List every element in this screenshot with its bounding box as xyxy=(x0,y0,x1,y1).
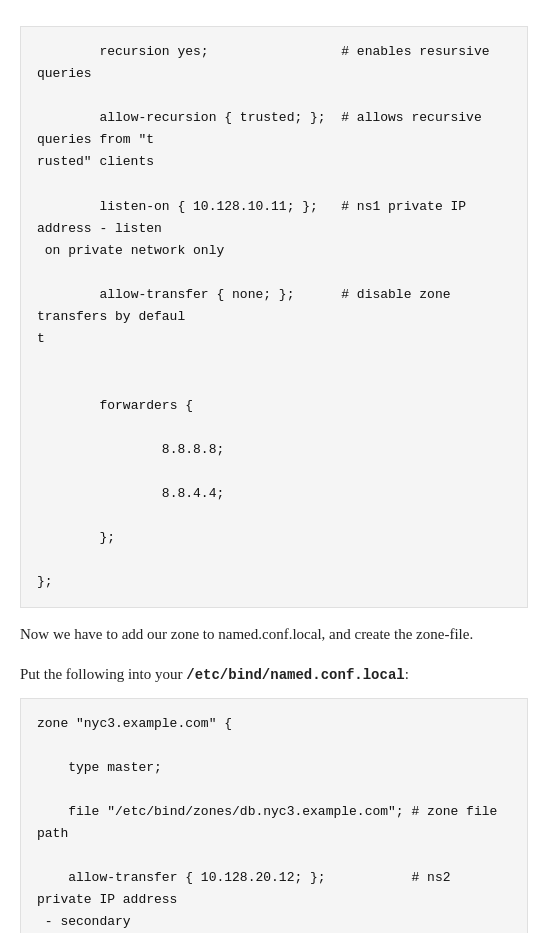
code-block-1: recursion yes; # enables resursive queri… xyxy=(20,26,528,608)
prose-text-1: Now we have to add our zone to named.con… xyxy=(20,626,473,642)
code-text-1: recursion yes; # enables resursive queri… xyxy=(37,44,497,589)
prose-text-2: Put the following into your xyxy=(20,666,186,682)
prose-path: /etc/bind/named.conf.local xyxy=(186,667,404,683)
prose-text-2-end: : xyxy=(405,666,409,682)
prose-paragraph-2: Put the following into your /etc/bind/na… xyxy=(20,662,528,688)
code-text-2: zone "nyc3.example.com" { type master; f… xyxy=(37,716,505,933)
code-block-2: zone "nyc3.example.com" { type master; f… xyxy=(20,698,528,933)
page-content: recursion yes; # enables resursive queri… xyxy=(0,0,548,933)
prose-paragraph-1: Now we have to add our zone to named.con… xyxy=(20,622,528,648)
